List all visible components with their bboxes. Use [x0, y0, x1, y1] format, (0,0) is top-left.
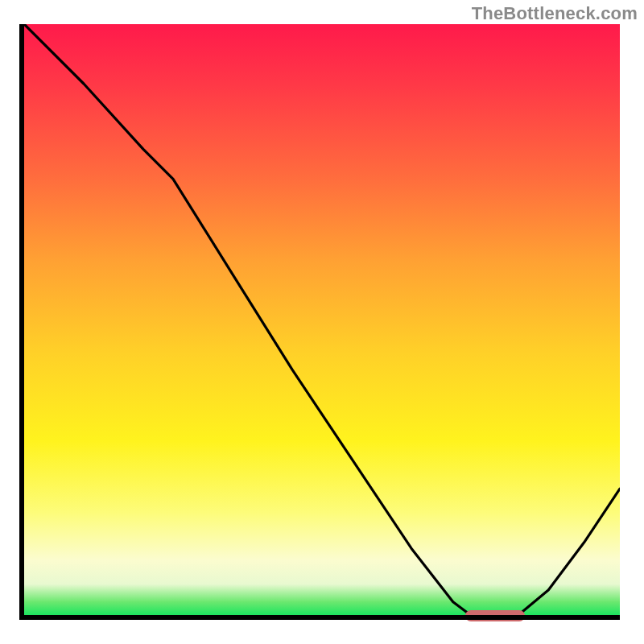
y-axis — [19, 24, 24, 620]
chart-stage: TheBottleneck.com — [0, 0, 644, 644]
x-axis — [24, 615, 620, 620]
watermark-text: TheBottleneck.com — [472, 3, 638, 24]
curve-path — [24, 24, 620, 620]
bottleneck-curve — [24, 24, 620, 620]
